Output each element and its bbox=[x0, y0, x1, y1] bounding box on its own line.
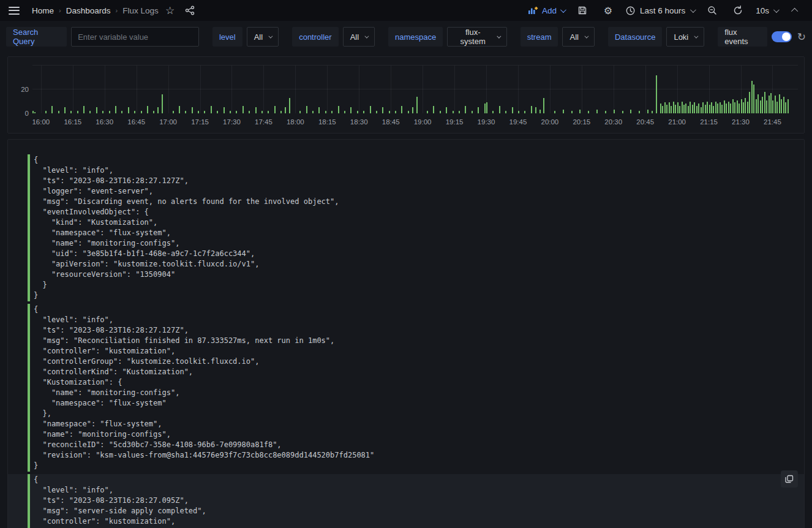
add-panel-button[interactable]: Add bbox=[528, 6, 565, 15]
log-volume-bar bbox=[306, 106, 307, 113]
log-volume-bar bbox=[751, 81, 753, 113]
breadcrumb-home[interactable]: Home bbox=[32, 6, 54, 15]
log-volume-bar bbox=[656, 75, 657, 113]
log-entry[interactable]: { "level": "info", "ts": "2023-08-23T16:… bbox=[8, 304, 804, 472]
log-volume-bar bbox=[539, 110, 541, 113]
x-axis-tick-label: 16:30 bbox=[96, 118, 113, 126]
log-volume-bar bbox=[64, 107, 66, 113]
log-volume-bar bbox=[682, 102, 683, 114]
x-axis-tick-label: 18:15 bbox=[318, 118, 336, 126]
log-volume-bar bbox=[724, 100, 725, 113]
log-volume-bar bbox=[690, 102, 691, 114]
log-volume-bar bbox=[764, 92, 765, 113]
variable-value-dropdown-datasource[interactable]: Loki bbox=[666, 27, 704, 47]
log-volume-bar bbox=[685, 104, 686, 113]
log-volume-bar bbox=[596, 110, 598, 113]
dashboard-settings-button[interactable]: ⚙ bbox=[600, 2, 616, 18]
variable-value-dropdown-level[interactable]: All bbox=[247, 27, 279, 47]
log-volume-bar bbox=[747, 102, 748, 114]
log-volume-bar bbox=[717, 104, 718, 113]
vertical-gridline bbox=[454, 66, 455, 113]
favorite-star-button[interactable]: ☆ bbox=[162, 2, 178, 18]
log-volume-bar bbox=[412, 107, 413, 113]
log-volume-bar bbox=[753, 85, 754, 113]
log-volume-bar bbox=[760, 100, 761, 113]
flux-events-control: flux events ↻ bbox=[718, 27, 806, 47]
log-volume-bar bbox=[652, 111, 653, 113]
log-volume-bar bbox=[720, 102, 721, 113]
save-dashboard-button[interactable] bbox=[574, 2, 590, 18]
log-volume-bar bbox=[647, 110, 648, 113]
vertical-gridline bbox=[231, 66, 232, 113]
log-volume-bar bbox=[579, 110, 581, 113]
log-entry[interactable]: { "level": "info", "ts": "2023-08-23T16:… bbox=[8, 154, 804, 301]
log-volume-bar bbox=[734, 102, 735, 113]
log-volume-bar bbox=[705, 105, 706, 113]
log-volume-bar bbox=[762, 97, 763, 113]
flux-events-toggle[interactable] bbox=[772, 31, 791, 42]
log-volume-bar bbox=[721, 105, 723, 113]
log-volume-bar bbox=[741, 99, 742, 113]
log-volume-bar bbox=[338, 106, 339, 113]
horizontal-gridline bbox=[32, 89, 798, 89]
log-volume-bar bbox=[783, 97, 784, 113]
share-dashboard-button[interactable] bbox=[182, 2, 198, 18]
log-volume-bar bbox=[34, 112, 36, 113]
breadcrumb-dashboards[interactable]: Dashboards bbox=[66, 6, 111, 15]
copy-log-button[interactable] bbox=[781, 470, 798, 488]
x-axis-tick-label: 21:00 bbox=[668, 118, 686, 126]
toggle-knob bbox=[782, 32, 791, 41]
log-volume-bar bbox=[499, 106, 500, 113]
chart-plot-area[interactable] bbox=[32, 66, 798, 113]
log-volume-bar bbox=[675, 105, 676, 113]
zoom-out-time-button[interactable] bbox=[704, 2, 720, 18]
log-volume-bar bbox=[153, 111, 154, 113]
log-volume-bar bbox=[433, 106, 434, 113]
variable-value-dropdown-stream[interactable]: All bbox=[562, 27, 594, 47]
refresh-interval-dropdown[interactable]: 10s bbox=[756, 6, 778, 15]
log-volume-bar bbox=[363, 111, 364, 113]
log-volume-bar bbox=[484, 104, 486, 113]
variable-search-query: Search Query bbox=[6, 27, 199, 47]
log-volume-bar bbox=[630, 110, 631, 113]
vertical-gridline bbox=[105, 66, 105, 113]
vertical-gridline bbox=[137, 66, 137, 113]
vertical-gridline bbox=[263, 66, 264, 113]
time-range-label: Last 6 hours bbox=[640, 6, 685, 15]
refresh-variables-button[interactable]: ↻ bbox=[797, 32, 806, 42]
log-volume-bar bbox=[299, 111, 301, 113]
vertical-gridline bbox=[73, 66, 73, 113]
refresh-dashboard-button[interactable] bbox=[730, 2, 746, 18]
log-entries-list: { "level": "info", "ts": "2023-08-23T16:… bbox=[8, 154, 804, 528]
search-query-input[interactable] bbox=[71, 27, 199, 47]
log-volume-bar bbox=[96, 107, 97, 113]
variable-value-dropdown-controller[interactable]: All bbox=[343, 27, 375, 47]
log-volume-bar bbox=[571, 111, 573, 113]
dashboard-variables-bar: Search Query levelAllcontrollerAllnamesp… bbox=[0, 21, 812, 51]
variable-value-stream: All bbox=[570, 32, 578, 42]
logs-panel: Untitled ⋮ { "level": "info", "ts": "202… bbox=[7, 139, 805, 528]
chevron-down-icon bbox=[269, 34, 273, 38]
log-entry-text: { "level": "info", "ts": "2023-08-23T16:… bbox=[34, 304, 780, 471]
vertical-gridline bbox=[168, 66, 169, 113]
log-volume-bar bbox=[779, 94, 780, 113]
log-volume-bar bbox=[739, 104, 740, 113]
x-axis-tick-label: 20:45 bbox=[636, 118, 654, 126]
variable-level: levelAll bbox=[212, 27, 279, 47]
collapse-topbar-button[interactable] bbox=[788, 2, 803, 18]
log-volume-bar bbox=[312, 111, 314, 113]
x-axis-tick-label: 17:30 bbox=[223, 118, 241, 126]
log-entry[interactable]: { "level": "info", "ts": "2023-08-23T16:… bbox=[8, 474, 804, 528]
time-range-picker[interactable]: Last 6 hours bbox=[626, 6, 694, 15]
variable-value-dropdown-namespace[interactable]: flux-system bbox=[447, 27, 506, 47]
gear-icon: ⚙ bbox=[604, 5, 612, 17]
y-axis-tick-label: 20 bbox=[21, 86, 29, 93]
log-volume-bar bbox=[357, 111, 358, 113]
vertical-gridline bbox=[327, 66, 328, 113]
log-volume-bar bbox=[192, 107, 193, 113]
variable-value-namespace: flux-system bbox=[454, 28, 491, 46]
log-volume-bar bbox=[440, 111, 441, 113]
variable-value-controller: All bbox=[350, 32, 359, 42]
menu-toggle-button[interactable] bbox=[6, 2, 22, 18]
hamburger-icon bbox=[9, 7, 20, 15]
